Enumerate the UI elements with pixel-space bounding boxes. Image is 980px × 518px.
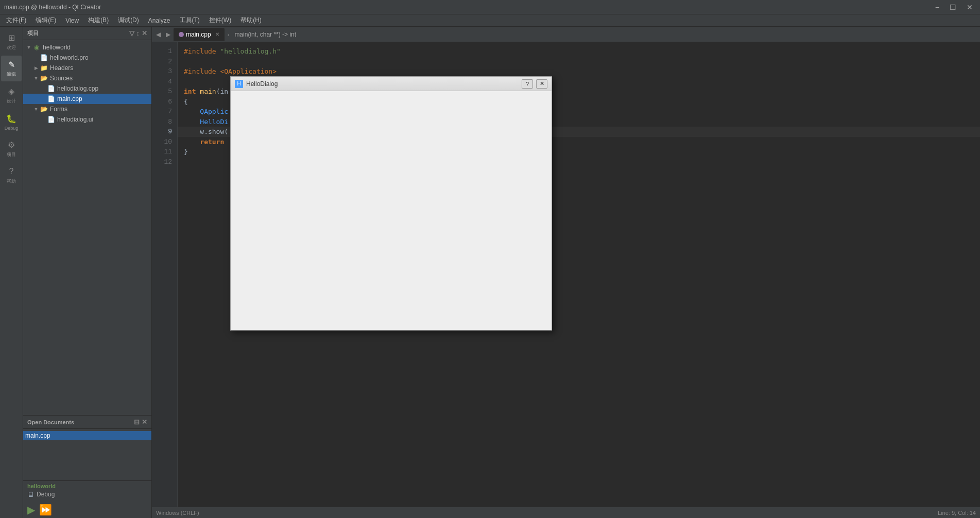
tab-nav-right[interactable]: ▶ [164,30,173,39]
menu-build[interactable]: 构建(B) [84,15,113,26]
project-icon: ⚙ [6,140,16,150]
tab-main-cpp[interactable]: main.cpp ✕ [174,28,225,41]
line-numbers: 1 2 3 4 5 6 7 8 9 10 11 12 [152,42,178,507]
open-doc-item-main-cpp[interactable]: main.cpp [23,431,151,440]
ln-3: 3 [154,66,175,77]
menu-file[interactable]: 文件(F) [2,15,30,26]
ln-5: 5 [154,87,175,97]
run-button[interactable]: ▶ [27,504,35,516]
close-button[interactable]: ✕ [964,2,976,12]
tree-item-hellodialog-cpp[interactable]: 📄 hellodialog.cpp [23,83,151,94]
split-icon[interactable]: ⊟ [134,418,140,426]
menu-edit[interactable]: 编辑(E) [31,15,60,26]
editor-icon: ✎ [6,59,16,70]
sidebar-item-help[interactable]: ? 帮助 [1,163,22,188]
code-line-3: #include <QApplication> [184,66,974,77]
open-docs-list: main.cpp [23,429,151,480]
project-panel: 项目 ▽ ↕ ✕ ▼ ◉ helloworld 📄 helloworld.pro [23,27,152,518]
open-docs-header: Open Documents ⊟ ✕ [23,416,151,429]
ln-7: 7 [154,107,175,117]
kit-row: 🖥 Debug [27,490,147,498]
hello-dialog[interactable]: H HelloDialog ? ✕ [230,76,552,331]
open-docs-tools: ⊟ ✕ [134,418,147,426]
ln-4: 4 [154,77,175,87]
cpp-icon-hellodialog: 📄 [47,84,55,93]
arrow-headers: ▶ [32,65,40,71]
label-helloworld-pro: helloworld.pro [50,54,89,61]
tab-close-main-cpp[interactable]: ✕ [215,31,219,37]
minimize-button[interactable]: − [932,2,942,12]
label-main-cpp: main.cpp [57,95,82,102]
menu-debug[interactable]: 调试(D) [114,15,143,26]
menu-controls[interactable]: 控件(W) [205,15,235,26]
tab-icon-main-cpp [179,32,184,37]
status-left: Windows (CRLF) [156,510,932,516]
label-forms: Forms [50,106,67,113]
status-right: Line: 9, Col: 14 [938,510,976,516]
dialog-help-button[interactable]: ? [522,79,533,89]
project-panel-tools: ▽ ↕ ✕ [129,29,148,37]
status-encoding: Windows (CRLF) [156,510,199,516]
arrow-helloworld: ▼ [25,45,32,50]
ui-icon-hellodialog: 📄 [47,115,55,124]
ln-6: 6 [154,97,175,107]
label-helloworld: helloworld [43,44,71,51]
tree-item-hellodialog-ui[interactable]: 📄 hellodialog.ui [23,114,151,125]
code-line-1: #include "hellodialog.h" [184,46,974,57]
menu-tools[interactable]: 工具(T) [176,15,204,26]
folder-icon-sources: 📂 [40,74,48,82]
sidebar-item-project[interactable]: ⚙ 项目 [1,136,22,162]
close-docs-icon[interactable]: ✕ [142,418,147,426]
welcome-icon: ⊞ [6,32,16,43]
open-docs-panel: Open Documents ⊟ ✕ main.cpp helloworld 🖥… [23,415,151,518]
open-doc-label-main-cpp: main.cpp [25,432,50,439]
tab-nav-left[interactable]: ◀ [154,30,163,39]
debug-run-button[interactable]: ⏩ [39,504,52,516]
sidebar-item-design[interactable]: ◈ 设计 [1,82,22,108]
project-panel-header: 项目 ▽ ↕ ✕ [23,27,151,40]
bottom-section: helloworld 🖥 Debug ▶ ⏩ [23,480,151,518]
dialog-body [231,91,552,330]
ln-10: 10 [154,137,175,147]
ln-12: 12 [154,157,175,167]
ln-8: 8 [154,117,175,127]
sidebar-item-welcome[interactable]: ⊞ 欢迎 [1,29,22,55]
ln-9: 9 [154,127,175,137]
menu-view[interactable]: View [61,16,83,25]
help-icon: ? [6,166,16,177]
tree-item-helloworld-pro[interactable]: 📄 helloworld.pro [23,53,151,63]
ln-2: 2 [154,57,175,67]
tree-item-forms[interactable]: ▼ 📂 Forms [23,104,151,114]
tab-bar: ◀ ▶ main.cpp ✕ › main(int, char **) -> i… [152,27,980,42]
tree-item-headers[interactable]: ▶ 📁 Headers [23,63,151,73]
ln-11: 11 [154,147,175,157]
cpp-icon-main: 📄 [47,95,55,103]
maximize-button[interactable]: ☐ [947,2,959,12]
close-panel-icon[interactable]: ✕ [142,29,147,37]
title-bar: main.cpp @ helloworld - Qt Creator − ☐ ✕ [0,0,980,14]
folder-icon-forms: 📂 [40,105,48,113]
dialog-close-button[interactable]: ✕ [536,79,547,89]
tree-item-sources[interactable]: ▼ 📂 Sources [23,73,151,83]
function-breadcrumb: main(int, char **) -> int [232,31,298,38]
sidebar-item-editor[interactable]: ✎ 编辑 [1,56,22,81]
kit-label: Debug [37,491,55,498]
label-headers: Headers [50,64,73,72]
menu-bar: 文件(F) 编辑(E) View 构建(B) 调试(D) Analyze 工具(… [0,14,980,27]
code-line-2 [184,57,974,67]
tree-item-helloworld[interactable]: ▼ ◉ helloworld [23,42,151,53]
open-docs-title: Open Documents [27,419,74,425]
filter-icon[interactable]: ▽ [129,29,134,37]
menu-analyze[interactable]: Analyze [144,16,175,25]
label-sources: Sources [50,75,73,82]
label-hellodialog-ui: hellodialog.ui [57,116,93,123]
tree-item-main-cpp[interactable]: 📄 main.cpp [23,94,151,104]
sidebar-item-debug[interactable]: 🐛 Debug [1,109,22,135]
folder-icon-headers: 📁 [40,64,48,72]
pro-icon: 📄 [40,54,48,62]
sync-icon[interactable]: ↕ [136,29,140,37]
tab-separator: › [226,31,232,38]
project-panel-title: 项目 [27,29,39,37]
tab-label-main-cpp: main.cpp [186,31,211,38]
menu-help[interactable]: 帮助(H) [236,15,266,26]
